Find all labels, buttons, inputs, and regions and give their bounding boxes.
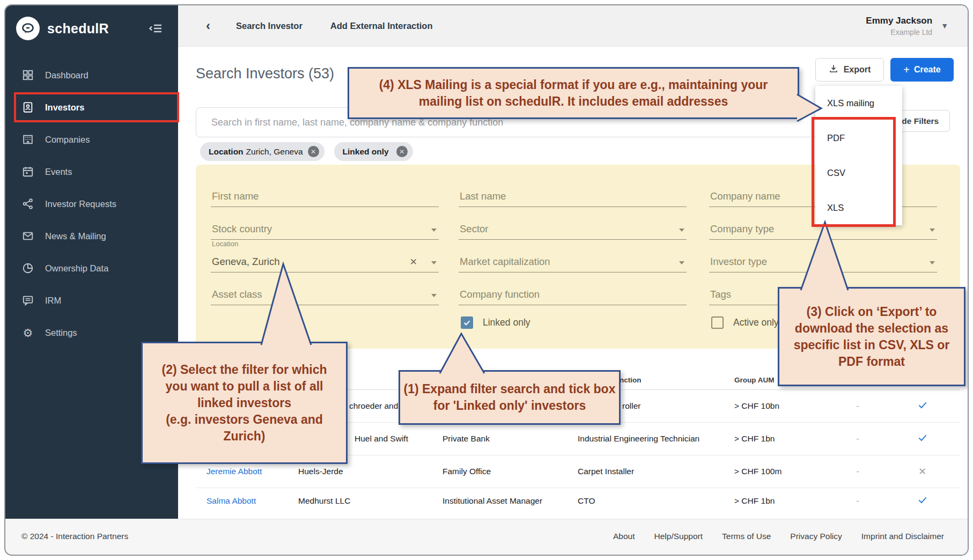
filter-field-stock-country[interactable]: Stock country [211,207,439,240]
active-only-label: Active only [733,317,779,328]
filter-field-first-name[interactable]: First name [211,174,439,207]
footer-link-privacy-policy[interactable]: Privacy Policy [790,532,842,541]
field-placeholder: Company name [710,190,780,202]
sidebar-item-events[interactable]: Events [5,156,178,188]
calendar-icon [21,165,34,178]
check-icon [917,495,928,505]
footer-link-help-support[interactable]: Help/Support [654,532,703,541]
app-title: schedulR [47,21,109,36]
dash-cell: - [831,467,884,476]
table-row[interactable]: Salma AbbottMedhurst LLCInstitutional As… [196,488,960,514]
footer-links: AboutHelp/SupportTerms of UsePrivacy Pol… [613,532,944,541]
chat-icon [21,294,34,307]
export-option-csv[interactable]: CSV [815,156,902,190]
status-cell [884,400,960,412]
annotation-text-line: specific list in CSV, XLS or [794,337,950,353]
sidebar: schedulR DashboardInvestorsCompaniesEven… [5,5,178,555]
filter-field-sector[interactable]: Sector [459,207,687,240]
chip-remove-icon[interactable]: ✕ [396,146,408,157]
sidebar-item-ownership-data[interactable]: Ownership Data [5,252,178,284]
filter-field-asset-class[interactable]: Asset class [211,272,439,305]
field-placeholder: Company type [710,223,774,235]
sidebar-item-irm[interactable]: IRM [5,284,178,316]
sidebar-item-label: News & Mailing [45,231,106,241]
sidebar-item-label: IRM [45,296,61,306]
annotation-text-line: (1) Expand filter search and tick box [404,381,616,397]
user-menu[interactable]: Emmy Jackson Example Ltd ▼ [866,5,948,46]
annotation-callout-3: (3) Click on ‘Export’ todownload the sel… [778,287,965,386]
annotation-callout-2: (2) Select the filter for whichyou want … [141,342,348,464]
annotation-text-line: linked investors [197,395,291,411]
tab-add-external-interaction[interactable]: Add External Interaction [330,21,433,31]
export-label: Export [844,65,871,75]
footer-link-about[interactable]: About [613,532,635,541]
copyright: © 2024 - Interaction Partners [21,532,128,541]
company-type-cell: Private Bank [443,434,578,444]
filter-field-investor-type[interactable]: Investor type [709,240,937,272]
footer-link-terms-of-use[interactable]: Terms of Use [722,532,771,541]
page-title: Search Investors (53) [196,65,334,82]
filter-field-market-capitalization[interactable]: Market capitalization [459,240,687,272]
status-cell [884,495,960,507]
annotation-callout-4: (4) XLS Mailing is a special format if y… [348,67,799,119]
sidebar-item-investors[interactable]: Investors [5,91,178,123]
chip-remove-icon[interactable]: ✕ [308,146,319,157]
create-button[interactable]: + Create [890,58,954,82]
annotation-text-line: Zurich) [224,428,266,445]
gear-icon: ⚙ [21,326,34,339]
user-company: Example Ltd [866,28,932,36]
sidebar-item-label: Settings [45,328,77,338]
filter-field-last-name[interactable]: Last name [459,174,687,207]
linked-only-checkbox[interactable]: Linked only [461,316,530,329]
back-icon[interactable]: ‹ [206,18,210,33]
tab-search-investor[interactable]: Search Investor [236,21,303,31]
sidebar-item-label: Dashboard [45,70,89,80]
field-placeholder: Asset class [212,289,262,300]
annotation-callout-1: (1) Expand filter search and tick boxfor… [399,370,621,425]
field-placeholder: Investor type [710,256,767,268]
sidebar-item-dashboard[interactable]: Dashboard [5,59,178,91]
status-cell [884,432,960,445]
sidebar-item-news-mailing[interactable]: News & Mailing [5,220,178,252]
sidebar-item-investor-requests[interactable]: Investor Requests [5,188,178,220]
export-option-xls[interactable]: XLS [815,190,902,225]
app-frame: schedulR DashboardInvestorsCompaniesEven… [4,4,969,556]
field-label: Location [212,240,238,248]
field-placeholder: Market capitalization [460,256,550,268]
investor-name-cell: Jeremie Abbott [207,467,298,476]
mail-icon [21,230,34,242]
share-icon [21,197,34,210]
filter-column-2: Last nameSectorMarket capitalizationComp… [459,174,687,305]
annotation-text-line: (4) XLS Mailing is a special format if y… [379,77,768,93]
investor-name-link[interactable]: Jeremie Abbott [207,467,262,476]
export-option-pdf[interactable]: PDF [815,121,902,156]
sidebar-item-label: Companies [45,135,90,145]
dropdown-caret-icon [930,229,935,232]
check-icon [917,400,928,410]
x-icon: ✕ [918,466,926,477]
topbar-tabs: Search InvestorAdd External Interaction [236,5,433,46]
footer-link-imprint-and-disclaimer[interactable]: Imprint and Disclaimer [861,532,944,541]
sidebar-item-companies[interactable]: Companies [5,123,178,156]
clear-icon[interactable]: ✕ [410,256,417,268]
dropdown-caret-icon [679,229,684,232]
dropdown-caret-icon [431,294,437,297]
company-function-cell: Carpet Installer [578,467,734,476]
filter-field-location[interactable]: LocationGeneva, Zurich✕ [211,240,439,272]
chip-location[interactable]: LocationZurich, Geneva✕ [200,142,325,161]
export-dropdown-menu: XLS mailingPDFCSVXLS [815,86,902,225]
annotation-text-line: PDF format [838,353,905,370]
sidebar-collapse-icon[interactable] [149,21,163,35]
dash-cell: - [831,496,884,506]
export-option-xls-mailing[interactable]: XLS mailing [815,86,902,121]
chip-linked-only[interactable]: Linked only✕ [334,142,413,161]
investor-name-link[interactable]: Salma Abbott [207,496,256,505]
active-only-checkbox[interactable]: Active only [711,316,779,329]
group-aum-cell: > CHF 100m [734,467,831,476]
filter-field-company-function[interactable]: Company function [459,272,687,305]
annotation-text-line: you want to pull a list of all [166,378,323,395]
export-button[interactable]: Export [815,58,884,82]
download-icon [829,64,838,76]
dash-cell: - [831,434,884,444]
dropdown-caret-icon [431,229,437,232]
